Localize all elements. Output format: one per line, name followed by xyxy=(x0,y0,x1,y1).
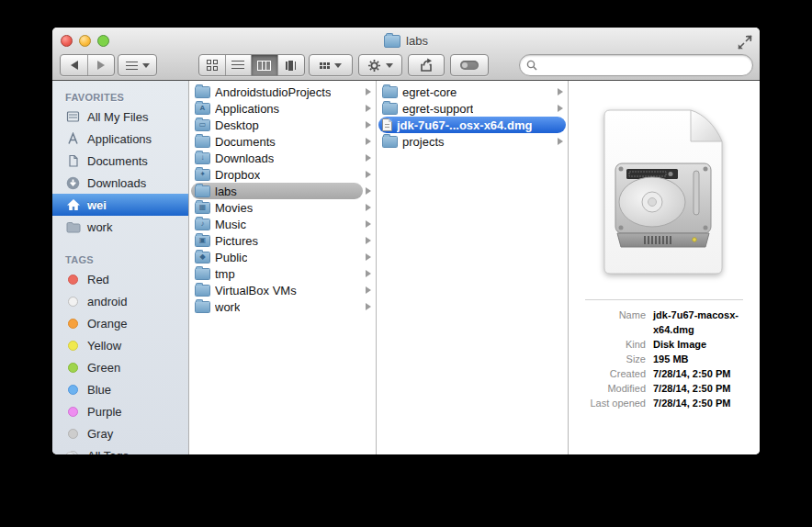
file-row[interactable]: AApplications xyxy=(189,100,376,117)
tag-label: Orange xyxy=(87,317,127,331)
fullscreen-icon[interactable] xyxy=(738,35,752,50)
detail-row: KindDisk Image xyxy=(572,337,756,352)
sidebar-item-documents[interactable]: Documents xyxy=(52,150,188,172)
item-arrangement-button[interactable] xyxy=(309,54,353,76)
action-menu-button[interactable] xyxy=(358,54,402,76)
file-row[interactable]: egret-support xyxy=(377,100,568,117)
folder-icon xyxy=(195,136,210,148)
tags-icon xyxy=(460,61,479,70)
detail-row: Size195 MB xyxy=(572,352,756,366)
yellow-tag-icon xyxy=(68,341,78,351)
detail-row: Namejdk-7u67-macosx-x64.dmg xyxy=(572,308,756,337)
tag-label: Green xyxy=(87,361,120,375)
column-view-button[interactable] xyxy=(251,55,277,75)
file-row-selected[interactable]: labs xyxy=(189,183,376,199)
disclosure-arrow-icon xyxy=(555,138,566,145)
sidebar-tag-blue[interactable]: Blue xyxy=(52,378,188,400)
folder-icon xyxy=(195,268,210,280)
sidebar: FAVORITES All My Files Applications Docu… xyxy=(52,81,189,454)
disclosure-arrow-icon xyxy=(363,204,374,211)
file-row[interactable]: ✦Dropbox xyxy=(189,166,376,183)
gray-tag-icon xyxy=(68,429,78,439)
folder-icon: ▣ xyxy=(195,235,210,247)
folder-icon: ✦ xyxy=(195,169,210,181)
sidebar-tag-green[interactable]: Green xyxy=(52,356,188,378)
disclosure-arrow-icon xyxy=(363,303,374,310)
file-row[interactable]: VirtualBox VMs xyxy=(189,282,376,298)
list-view-icon xyxy=(231,61,244,71)
sidebar-item-work[interactable]: work xyxy=(52,216,188,238)
green-tag-icon xyxy=(68,363,78,373)
folder-icon: ↓ xyxy=(195,152,210,164)
tag-label: Gray xyxy=(87,427,113,441)
disclosure-arrow-icon xyxy=(363,171,374,178)
favorites-header: FAVORITES xyxy=(52,88,188,106)
forward-button[interactable] xyxy=(87,55,114,75)
sidebar-item-wei[interactable]: wei xyxy=(52,194,188,216)
red-tag-icon xyxy=(68,275,78,285)
chevron-down-icon xyxy=(142,63,150,68)
back-button[interactable] xyxy=(62,55,87,75)
sidebar-item-label: work xyxy=(87,220,112,234)
preview-divider xyxy=(585,299,743,300)
disclosure-arrow-icon xyxy=(363,220,374,228)
nav-buttons xyxy=(60,54,115,76)
list-view-button[interactable] xyxy=(225,55,251,75)
disclosure-arrow-icon xyxy=(363,286,374,294)
tags-header: TAGS xyxy=(52,251,188,268)
folder-icon xyxy=(195,285,210,297)
file-row[interactable]: ▭Desktop xyxy=(189,117,376,133)
sidebar-tag-gray[interactable]: Gray xyxy=(52,422,188,444)
disclosure-arrow-icon xyxy=(363,88,374,95)
edit-tags-button[interactable] xyxy=(450,54,489,76)
column-2: egret-core egret-support jdk-7u67-...osx… xyxy=(377,81,569,454)
file-row[interactable]: AndroidstudioProjects xyxy=(189,84,376,100)
sidebar-item-label: Documents xyxy=(87,154,148,168)
file-row[interactable]: ♪Music xyxy=(189,216,376,232)
folder-icon xyxy=(195,185,210,197)
sidebar-item-all-my-files[interactable]: All My Files xyxy=(52,106,188,128)
file-row[interactable]: ↓Downloads xyxy=(189,150,376,166)
sidebar-all-tags[interactable]: All Tags... xyxy=(52,444,188,454)
file-row[interactable]: egret-core xyxy=(377,84,568,100)
file-row[interactable]: ▣Pictures xyxy=(189,232,376,249)
share-button[interactable] xyxy=(408,54,445,76)
detail-row: Last opened7/28/14, 2:50 PM xyxy=(572,396,756,410)
file-details: Namejdk-7u67-macosx-x64.dmg KindDisk Ima… xyxy=(572,308,756,410)
file-row[interactable]: Documents xyxy=(189,133,376,150)
gear-icon xyxy=(367,59,381,73)
tag-label: Blue xyxy=(87,383,111,397)
file-row[interactable]: tmp xyxy=(189,265,376,282)
sidebar-item-label: Applications xyxy=(87,132,152,146)
sidebar-item-label: wei xyxy=(87,198,107,212)
arrange-menu-button[interactable] xyxy=(118,54,157,76)
file-row[interactable]: projects xyxy=(377,133,568,150)
back-icon xyxy=(71,61,78,70)
sidebar-item-label: Downloads xyxy=(87,176,146,190)
icon-view-button[interactable] xyxy=(200,55,225,75)
disclosure-arrow-icon xyxy=(363,270,374,277)
sidebar-item-downloads[interactable]: Downloads xyxy=(52,172,188,194)
file-row-selected[interactable]: jdk-7u67-...osx-x64.dmg xyxy=(377,117,568,133)
sidebar-tag-orange[interactable]: Orange xyxy=(52,312,188,334)
android-tag-icon xyxy=(68,297,78,307)
detail-row: Modified7/28/14, 2:50 PM xyxy=(572,381,756,396)
search-input[interactable] xyxy=(537,57,752,73)
sidebar-tag-red[interactable]: Red xyxy=(52,268,188,290)
file-row[interactable]: ◆Public xyxy=(189,249,376,265)
sidebar-tag-yellow[interactable]: Yellow xyxy=(52,334,188,356)
finder-window: labs xyxy=(52,28,760,454)
sidebar-item-applications[interactable]: Applications xyxy=(52,128,188,150)
purple-tag-icon xyxy=(68,407,78,417)
file-row[interactable]: ▦Movies xyxy=(189,199,376,216)
folder-icon xyxy=(195,301,210,313)
tag-label: All Tags... xyxy=(87,449,139,455)
file-row[interactable]: work xyxy=(189,298,376,315)
forward-icon xyxy=(97,61,105,70)
blue-tag-icon xyxy=(68,385,78,395)
sidebar-tag-purple[interactable]: Purple xyxy=(52,400,188,422)
tag-label: Yellow xyxy=(87,339,121,353)
documents-icon xyxy=(65,154,81,168)
sidebar-tag-android[interactable]: android xyxy=(52,290,188,312)
coverflow-view-button[interactable] xyxy=(277,55,304,75)
